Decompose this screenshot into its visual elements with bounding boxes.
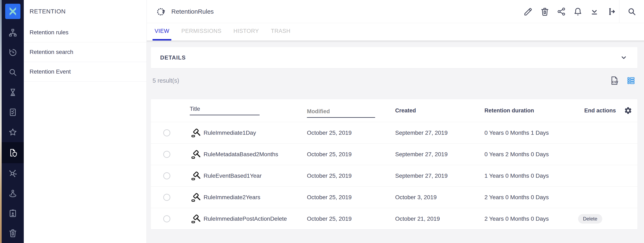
sidebar-item-retention-event[interactable]: Retention Event — [24, 62, 146, 82]
sidebar-item-retention-search[interactable]: Retention search — [24, 42, 146, 62]
table-row: RuleEventBased1Year October 25, 2019 Sep… — [151, 165, 638, 186]
edit-button[interactable] — [520, 0, 536, 23]
rail-item-favorites[interactable] — [2, 122, 24, 142]
sidebar-drawer: RETENTION Retention rules Retention sear… — [24, 0, 147, 243]
rail-item-retention[interactable] — [2, 142, 24, 163]
rail-item-assignments[interactable] — [2, 183, 24, 203]
row-modified: October 25, 2019 — [307, 130, 395, 136]
workflow-network-icon — [8, 168, 18, 178]
download-icon — [590, 7, 599, 16]
row-title-cell[interactable]: RuleImmediatePostActionDelete — [189, 214, 307, 224]
document-tabs: VIEW PERMISSIONS HISTORY TRASH — [147, 23, 644, 40]
row-select-cell — [151, 151, 189, 158]
table-header-row: Title Modified Created Retention duratio… — [151, 99, 638, 122]
breadcrumb: RetentionRules — [147, 6, 214, 17]
export-csv-button[interactable]: CSV — [610, 76, 619, 85]
column-header-retention-duration: Retention duration — [484, 108, 571, 114]
row-radio-button[interactable] — [163, 194, 170, 201]
favorites-star-icon — [8, 128, 18, 137]
notifications-bell-icon — [573, 7, 582, 16]
edit-pencil-icon — [524, 7, 533, 16]
details-title: DETAILS — [160, 54, 186, 61]
row-radio-button[interactable] — [163, 151, 170, 158]
row-title: RuleEventBased1Year — [204, 172, 262, 179]
tab-trash[interactable]: TRASH — [269, 23, 293, 40]
sidebar-item-label: Retention rules — [30, 29, 68, 36]
sidebar-item-retention-rules[interactable]: Retention rules — [24, 23, 146, 42]
download-button[interactable] — [586, 0, 603, 23]
rail-item-browse[interactable] — [2, 22, 24, 42]
row-title-cell[interactable]: RuleImmediate1Day — [189, 128, 307, 138]
id-badge-icon — [8, 208, 18, 218]
rail-item-search[interactable] — [2, 62, 24, 82]
row-radio-button[interactable] — [163, 172, 170, 179]
main-area: RetentionRules — [147, 0, 644, 243]
search-icon — [627, 7, 636, 16]
row-retention-duration: 0 Years 2 Months 0 Days — [484, 151, 571, 158]
app-logo[interactable] — [2, 0, 24, 22]
column-header-modified[interactable]: Modified — [307, 106, 395, 115]
search-button[interactable] — [620, 0, 644, 23]
notifications-button[interactable] — [570, 0, 586, 23]
tasks-checklist-icon — [8, 108, 18, 117]
rail-item-pending[interactable] — [2, 82, 24, 102]
sidebar-item-label: Retention Event — [30, 68, 71, 75]
row-radio-button[interactable] — [163, 215, 170, 222]
table-row: RuleImmediatePostActionDelete October 25… — [151, 208, 638, 229]
row-title-cell[interactable]: RuleEventBased1Year — [189, 171, 307, 180]
document-header: RetentionRules — [147, 0, 644, 23]
page-title: RetentionRules — [171, 8, 214, 15]
table-row: RuleMetadataBased2Months October 25, 201… — [151, 144, 638, 165]
gavel-icon — [191, 192, 201, 202]
row-title: RuleImmediate2Years — [204, 194, 260, 201]
row-created: September 27, 2019 — [395, 172, 484, 179]
share-button[interactable] — [553, 0, 570, 23]
row-title-cell[interactable]: RuleMetadataBased2Months — [189, 150, 307, 159]
dotted-circle-folder-icon — [156, 6, 166, 17]
gavel-icon — [191, 171, 201, 180]
details-collapse-bar[interactable]: DETAILS — [151, 47, 638, 68]
table-view-icon — [627, 76, 635, 85]
desktop-edge-sliver — [0, 0, 2, 243]
delete-trash-icon — [540, 7, 550, 16]
row-title-cell[interactable]: RuleImmediate2Years — [189, 192, 307, 202]
column-settings-button[interactable] — [619, 106, 638, 115]
csv-export-icon: CSV — [610, 76, 619, 85]
rail-item-workflow[interactable] — [2, 163, 24, 183]
table-body: RuleImmediate1Day October 25, 2019 Septe… — [151, 122, 638, 229]
sidebar-title: RETENTION — [24, 0, 146, 23]
rail-item-profile[interactable] — [2, 203, 24, 223]
row-modified: October 25, 2019 — [307, 172, 395, 179]
export-button[interactable] — [603, 0, 619, 23]
rail-item-tasks[interactable] — [2, 102, 24, 122]
column-header-created: Created — [395, 108, 484, 114]
tab-view[interactable]: VIEW — [152, 23, 171, 40]
rail-item-trash[interactable] — [2, 223, 24, 243]
gavel-icon — [191, 150, 201, 159]
user-target-icon — [8, 188, 18, 198]
table-view-button[interactable] — [627, 76, 635, 85]
document-actions — [520, 0, 644, 23]
export-icon — [606, 7, 616, 16]
gavel-icon — [191, 214, 201, 224]
rail-item-history[interactable] — [2, 42, 24, 62]
results-count: 5 result(s) — [152, 77, 179, 84]
icon-rail — [2, 0, 24, 243]
hourglass-icon — [8, 88, 18, 97]
row-select-cell — [151, 129, 189, 136]
results-table: Title Modified Created Retention duratio… — [151, 99, 638, 229]
tab-history[interactable]: HISTORY — [232, 23, 261, 40]
table-row: RuleImmediate1Day October 25, 2019 Septe… — [151, 122, 638, 144]
row-select-cell — [151, 215, 189, 222]
delete-button[interactable] — [536, 0, 553, 23]
share-icon — [556, 7, 566, 16]
gear-icon — [624, 106, 632, 115]
column-header-title[interactable]: Title — [189, 106, 307, 115]
svg-text:CSV: CSV — [612, 80, 618, 84]
row-retention-duration: 0 Years 0 Months 1 Days — [484, 130, 571, 136]
row-created: September 27, 2019 — [395, 151, 484, 158]
tab-permissions[interactable]: PERMISSIONS — [179, 23, 224, 40]
row-radio-button[interactable] — [163, 129, 170, 136]
browse-hierarchy-icon — [8, 28, 18, 38]
sidebar-item-label: Retention search — [30, 49, 73, 56]
